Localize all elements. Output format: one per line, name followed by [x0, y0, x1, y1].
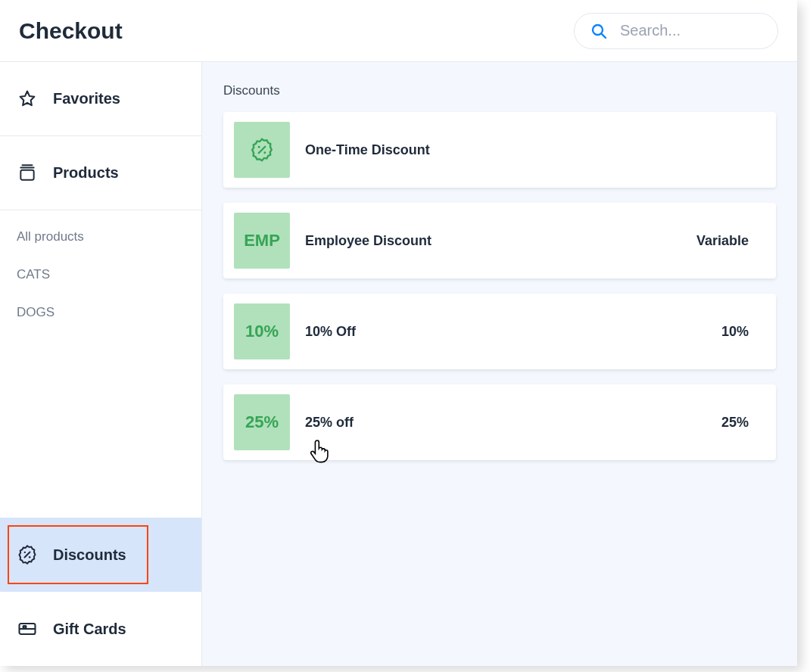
gift-card-icon	[17, 618, 38, 639]
discount-card-title: 25% off	[305, 415, 706, 431]
svg-point-5	[29, 556, 30, 558]
sidebar-item-label: Products	[53, 164, 119, 182]
discount-card-meta: 10%	[721, 324, 749, 340]
search-input[interactable]	[618, 21, 764, 40]
sidebar-subitem-dogs[interactable]: DOGS	[17, 305, 185, 320]
discount-icon	[249, 137, 275, 163]
discount-card-meta: 25%	[721, 415, 749, 431]
search-field-wrap[interactable]	[574, 13, 778, 49]
svg-point-4	[24, 552, 26, 553]
discount-card-badge: EMP	[234, 213, 290, 269]
box-icon	[17, 163, 38, 184]
discount-card[interactable]: 25% 25% off 25%	[223, 384, 776, 460]
discount-card-badge: 25%	[234, 394, 290, 450]
sidebar-item-label: Discounts	[53, 546, 126, 564]
discount-card[interactable]: 10% 10% Off 10%	[223, 294, 776, 369]
discount-card-badge	[234, 122, 290, 178]
topbar: Checkout	[0, 0, 797, 62]
svg-point-10	[263, 151, 266, 154]
discount-card-title: Employee Discount	[305, 233, 681, 249]
svg-line-1	[602, 33, 606, 37]
discount-card[interactable]: EMP Employee Discount Variable	[223, 203, 776, 278]
body: Favorites Products All products CATS DOG…	[0, 62, 797, 666]
sidebar-item-discounts[interactable]: Discounts	[0, 518, 201, 592]
discount-card-title: One-Time Discount	[305, 142, 734, 158]
sidebar-subitem-all-products[interactable]: All products	[17, 229, 185, 244]
sidebar-item-label: Gift Cards	[53, 621, 126, 638]
discount-icon	[17, 544, 38, 565]
discount-card-badge: 10%	[234, 303, 290, 359]
sidebar: Favorites Products All products CATS DOG…	[0, 62, 202, 666]
sidebar-spacer	[0, 339, 201, 518]
sidebar-item-favorites[interactable]: Favorites	[0, 62, 201, 136]
main-area: Discounts One-Time Discount EMP Employ	[202, 62, 797, 666]
discount-card[interactable]: One-Time Discount	[223, 112, 776, 188]
app-title: Checkout	[19, 18, 123, 44]
svg-point-9	[258, 146, 260, 148]
search-icon	[588, 20, 609, 42]
sidebar-item-label: Favorites	[53, 90, 120, 107]
discount-card-meta: Variable	[696, 233, 749, 249]
sidebar-subitem-cats[interactable]: CATS	[17, 267, 185, 282]
page-heading: Discounts	[223, 83, 776, 98]
sidebar-products-sublist: All products CATS DOGS	[0, 210, 201, 339]
sidebar-item-gift-cards[interactable]: Gift Cards	[0, 592, 201, 666]
star-icon	[17, 89, 38, 110]
sidebar-item-products[interactable]: Products	[0, 136, 201, 210]
discount-card-title: 10% Off	[305, 324, 706, 340]
app-frame: Checkout Favorites	[0, 0, 797, 666]
svg-rect-2	[20, 170, 33, 179]
